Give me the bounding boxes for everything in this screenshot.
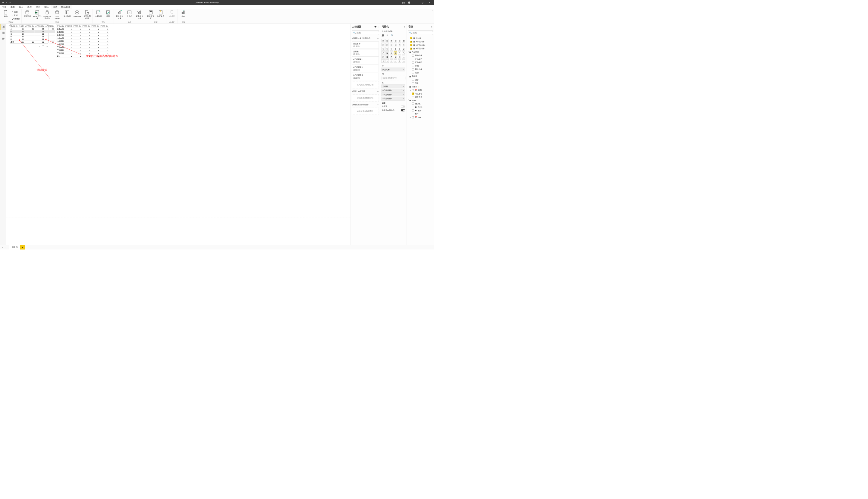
field-item[interactable]: 销售数量 [412,96,433,99]
table-node[interactable]: ˅▦销售表● [408,85,433,88]
sql-button[interactable]: SQL Server [53,10,61,19]
viz-type-icon[interactable]: ▦ [394,51,397,54]
filter-card[interactable]: A产品销量1是(全部) [352,57,379,64]
viz-type-icon[interactable]: ⋯ [402,59,405,63]
field-item[interactable]: 🖩累计2 [412,109,433,112]
viz-type-icon[interactable]: ⋯ [394,59,397,63]
fields-search[interactable]: 🔍 [408,31,433,35]
redo-icon[interactable]: ↷ [9,1,11,4]
filter-drop-all[interactable]: 在此处添加数据字段 [352,108,379,115]
tab-view[interactable]: 视图 [34,5,42,9]
filter-card[interactable]: A产品销量2是(全部) [352,65,379,72]
new-visual-button[interactable]: 新建视觉对象 [115,10,124,19]
viz-type-icon[interactable]: ◰ [386,43,389,46]
viz-type-icon[interactable]: ◒ [402,47,405,51]
field-item[interactable]: ✓🖩A产品销量2 [410,44,433,47]
save-icon[interactable]: 🖫 [2,1,4,4]
sensitivity-button[interactable]: 敏感度 [168,10,176,17]
value-field[interactable]: A产品销量1˅✕ [381,88,406,93]
more-visuals-button[interactable]: 更多视觉对象 [135,10,144,19]
viz-type-icon[interactable]: ◵ [381,47,385,51]
field-item[interactable]: 产品编号 [412,57,433,61]
filter-drop-page[interactable]: 在此处添加数据字段 [352,95,379,102]
viz-type-icon[interactable]: ◐ [394,47,397,51]
viz-type-icon[interactable]: ◷ [390,47,393,51]
field-item[interactable]: 型号 [412,112,433,116]
avatar-icon[interactable] [408,1,410,4]
viz-type-icon[interactable]: Py [402,51,405,54]
viz-type-icon[interactable]: ▦ [390,39,393,42]
field-item[interactable]: ✓🖩A产品销量3 [410,47,433,51]
excel-button[interactable]: Excel 工作簿 [33,10,41,19]
tab-insert[interactable]: 插入 [17,5,25,9]
table-node[interactable]: ˅▦产品明细 [408,50,433,54]
keep-filters-toggle[interactable] [401,109,405,111]
viz-type-icon[interactable]: ◇ [390,59,393,63]
transform-button[interactable]: 转换数据 [94,10,103,17]
field-item[interactable]: 进价 [412,78,433,82]
viz-type-icon[interactable]: ◓ [381,51,385,54]
refresh-button[interactable]: 刷新 [104,10,113,17]
viz-type-icon[interactable]: ◳ [398,43,401,46]
page-tab-1[interactable]: 第 1 页 [9,245,20,250]
field-item[interactable]: 品名 [412,82,433,85]
viz-type-icon[interactable]: ◨ [386,56,389,59]
recent-sources-button[interactable]: 最近使用的源 [83,10,91,19]
login-button[interactable]: 登录 [402,1,405,4]
tab-model[interactable]: 建模 [25,5,34,9]
tab-format[interactable]: 格式 [51,5,59,9]
field-item[interactable]: ›📅date [410,116,433,119]
eye-icon[interactable]: 👁 [374,25,377,28]
viz-type-icon[interactable]: ▯ [381,59,385,63]
value-field[interactable]: A产品销量2˅✕ [381,93,406,97]
new-measure-button[interactable]: 新建度量值 [146,10,155,19]
viz-type-icon[interactable]: ▧ [394,39,397,42]
viz-type-icon[interactable]: ◲ [394,43,397,46]
field-item[interactable]: 类别 [412,64,433,68]
field-item[interactable]: 🖩累计1 [412,106,433,109]
table-node[interactable]: ˅▦商品表 [408,75,433,78]
textbox-button[interactable]: A文本框 [125,10,134,17]
pbi-dataset-button[interactable]: Power BI 数据集 [43,10,51,19]
page-next[interactable]: › [4,246,8,248]
enter-data-button[interactable]: 输入数据 [63,10,71,17]
undo-icon[interactable]: ↶ [6,1,7,4]
field-item[interactable]: 零售价格 [412,68,433,71]
dataverse-button[interactable]: Dataverse [73,10,81,17]
viz-type-icon[interactable]: ▩ [402,39,405,42]
tab-home[interactable]: 主页 [9,4,17,9]
collapse-icon[interactable]: » [404,25,405,28]
viz-type-icon[interactable]: ▥ [386,39,389,42]
field-item[interactable]: ✓商品名称 [412,92,433,96]
close-icon[interactable]: ✕ [427,1,432,4]
viz-type-icon[interactable]: ◫ [398,56,401,59]
minimize-icon[interactable]: — [413,1,417,4]
filter-drop-visual[interactable]: 在此处添加数据字段 [352,81,379,88]
field-item[interactable]: 进货数 [412,102,433,106]
filter-card[interactable]: A产品销量3是(全部) [352,73,379,80]
format-tab-icon[interactable]: 🖌 [387,34,389,37]
tab-file[interactable]: 文件 [0,5,9,9]
paste-button[interactable]: 粘贴 [1,10,10,17]
viz-type-icon[interactable]: ◫ [381,43,385,46]
viz-type-icon[interactable]: ▨ [398,39,401,42]
row-field[interactable]: 商品名称˅✕ [381,68,406,72]
viz-type-icon[interactable]: ◪ [394,56,397,59]
viz-type-icon[interactable]: ◑ [398,47,401,51]
collapse-ribbon-icon[interactable]: ˄ [432,10,433,12]
report-canvas[interactable]: 商品名称总销量A产品销量1A产品销量2A产品销量3A11111111B2211C… [6,24,351,245]
table-node[interactable]: ˅▦Sheet1 [408,99,433,102]
analytics-tab-icon[interactable]: 🔍 [391,34,393,37]
field-item[interactable]: 产品名称 [412,61,433,64]
filter-card[interactable]: 总销量是(全部) [352,49,379,57]
page-prev[interactable]: ‹ [1,246,4,248]
viz-type-icon[interactable]: ◩ [390,56,393,59]
viz-type-icon[interactable]: ▤ [390,51,393,54]
viz-type-icon[interactable]: ▤ [381,39,385,42]
viz-type-icon[interactable]: ◴ [402,43,405,46]
value-field[interactable]: A产品销量3˅✕ [381,97,406,101]
collapse-icon[interactable]: › [378,25,379,28]
tab-drill[interactable]: 数据/钻取 [59,5,72,9]
viz-type-icon[interactable]: ▣ [386,51,389,54]
collapse-icon[interactable]: » [431,25,432,28]
